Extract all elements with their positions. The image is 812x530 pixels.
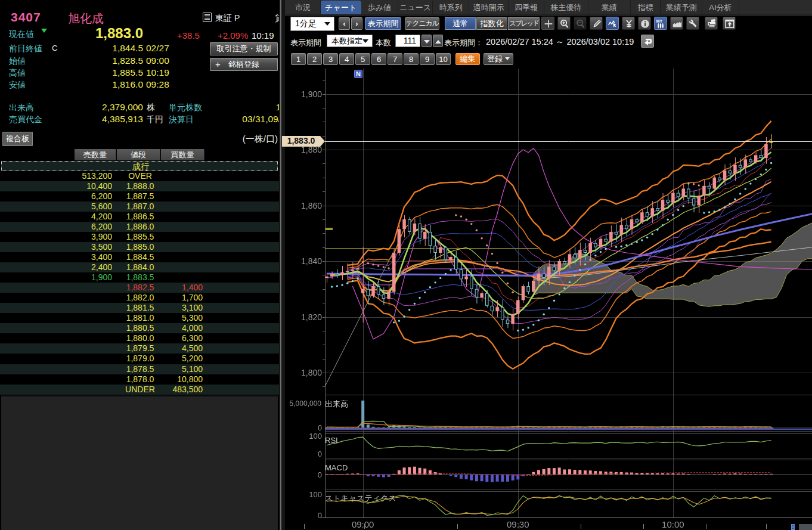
tab-四季報[interactable]: 四季報 [509,1,544,14]
chart-cursor-icon [607,18,619,30]
quote-panel: 3407 旭化成 東証 P 貸 現在値 1,883.0 +38.5 +2.09%… [0,0,281,530]
order-book-row[interactable]: 10,4001,888.0 [0,181,279,191]
segment-通常[interactable]: 通常 [445,17,476,30]
order-book-row[interactable]: 1,9001,883.5 [0,272,279,283]
price-level: 1,884.0 [117,262,163,272]
my-chart-icon-button[interactable]: MY [654,17,667,30]
sell-qty: 3,400 [41,252,112,262]
order-book-row[interactable]: 1,882.51,400 [0,283,279,293]
price-level: 1,887.0 [117,202,163,212]
order-book-row[interactable]: 1,880.06,300 [0,333,279,343]
tab-AI分析[interactable]: AI分析 [702,1,739,14]
order-book-row[interactable]: 4,2001,886.5 [0,212,279,222]
chart-page-7[interactable]: 7 [388,53,402,65]
chart-cursor-icon-button[interactable] [606,17,619,30]
tab-ニュース[interactable]: ニュース [398,1,433,14]
price-chart-canvas[interactable] [285,66,812,530]
order-book-row[interactable]: 1,880.54,000 [0,323,279,333]
bar-count-mode-select[interactable]: 本数指定 [327,35,373,47]
order-book-row[interactable]: 1,878.55,100 [0,364,279,374]
panel-splitter[interactable] [279,0,285,530]
chart-page-6[interactable]: 6 [371,53,386,65]
segment-指数化[interactable]: 指数化 [476,17,507,30]
buy-qty: 1,400 [155,283,203,293]
x-axis-label: 09:30 [500,519,536,529]
chart-page-1[interactable]: 1 [291,53,306,65]
wrench-icon-button[interactable] [686,17,699,30]
order-book-row[interactable]: 1,882.01,700 [0,293,279,303]
y-axis-label: 1,800 [286,368,322,377]
current-price-tag: 1,883.0 [282,136,320,147]
hscrollbar-corner [799,524,812,530]
info-icon-button[interactable] [638,17,651,30]
tab-適時開示[interactable]: 適時開示 [469,1,509,14]
export-icon-button[interactable] [723,17,736,30]
reset-range-button[interactable] [641,35,654,48]
tab-業績[interactable]: 業績 [588,1,631,14]
tab-歩み値[interactable]: 歩み値 [361,1,399,14]
bar-count-input[interactable]: 111 [395,35,420,47]
segment-スプレッド[interactable]: スプレッド [508,17,540,30]
x-axis-label: 10:00 [655,519,691,529]
register-list-label: 登録 [487,54,503,63]
zoom-in-icon [559,18,571,30]
zoom-out-icon-button[interactable] [574,17,587,30]
order-book-row[interactable]: 2,4001,884.0 [0,262,279,272]
stoch-axis-100: 100 [286,490,322,499]
pencil-icon-button[interactable] [590,17,603,30]
order-book-market-row[interactable]: 成行 [1,161,278,171]
technical-button[interactable]: テクニカル [405,17,439,30]
order-book-row[interactable]: 1,879.54,500 [0,343,279,354]
order-book-row[interactable]: 1,879.05,200 [0,354,279,364]
tab-チャート[interactable]: チャート [321,1,361,14]
hscrollbar-thumb[interactable] [791,524,795,530]
order-book-row[interactable]: 3,5001,885.0 [0,242,279,252]
next-button[interactable]: › [351,17,362,30]
order-book-row[interactable]: UNDER483,500 [0,385,279,395]
bar-count-decrement-button[interactable] [422,35,432,47]
register-list-button[interactable]: 登録 [484,53,513,65]
display-period-button[interactable]: 表示期間 [365,17,401,30]
order-book-row[interactable]: 1,881.05,300 [0,313,279,323]
bar-count-mode-value: 本数指定 [331,36,362,47]
crosshair-icon-button[interactable] [541,17,554,30]
yen-icon-button[interactable] [622,17,635,30]
order-book-row[interactable]: 1,878.010,800 [0,374,279,385]
order-book-row[interactable]: 6,2001,886.0 [0,222,279,232]
tab-業績予測[interactable]: 業績予測 [661,1,702,14]
chart-page-2[interactable]: 2 [307,53,322,65]
zoom-in-icon-button[interactable] [557,17,571,30]
printer-icon [706,18,718,30]
volume-pane-label: 出来高 [325,399,348,410]
bar-count-increment-button[interactable] [433,35,443,47]
market-order-label: 成行 [117,162,164,172]
order-book-row[interactable]: 3,9001,885.5 [0,232,279,242]
tab-指標[interactable]: 指標 [631,1,661,14]
chart-page-10[interactable]: 10 [436,53,451,65]
timeframe-select[interactable]: 1分足 [290,17,334,31]
printer-icon-button[interactable] [705,17,718,30]
chart-page-9[interactable]: 9 [420,53,435,65]
tab-市況[interactable]: 市況 [286,1,321,14]
y-axis-label: 1,820 [286,312,322,322]
order-book-row[interactable]: 5,6001,887.0 [0,202,279,212]
svg-text:MY: MY [656,19,663,23]
area-chart-icon-button[interactable] [670,17,683,30]
order-book-row[interactable]: 1,881.53,100 [0,303,279,313]
export-icon [724,18,736,30]
tab-株主優待[interactable]: 株主優待 [544,1,588,14]
tab-時系列[interactable]: 時系列 [433,1,469,14]
order-book-row[interactable]: 3,4001,884.5 [0,252,279,262]
rsi-axis-100: 100 [286,432,322,441]
chart-page-3[interactable]: 3 [323,53,338,65]
y-axis-label: 1,860 [286,201,322,210]
order-book-row[interactable]: 6,2001,887.5 [0,191,279,202]
chart-page-8[interactable]: 8 [404,53,419,65]
news-marker-badge[interactable]: N [354,70,362,78]
edit-button[interactable]: 編集 [455,53,480,65]
buy-qty: 1,700 [155,293,203,303]
order-book-row[interactable]: 513,200OVER [0,171,279,181]
prev-button[interactable]: ‹ [339,17,350,30]
chart-page-5[interactable]: 5 [355,53,370,65]
chart-page-4[interactable]: 4 [339,53,354,65]
